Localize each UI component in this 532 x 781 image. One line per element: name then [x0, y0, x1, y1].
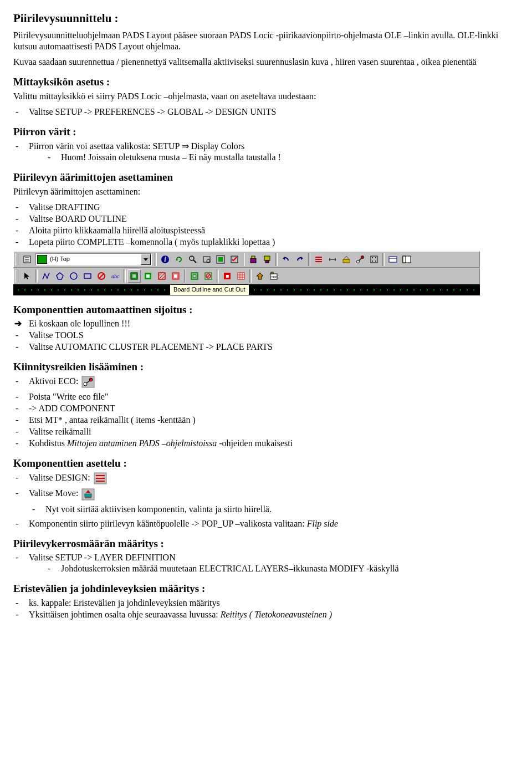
- design-icon: [94, 472, 107, 484]
- hatch-icon[interactable]: [234, 269, 248, 283]
- section-clearance-heading: Eristevälien ja johdinleveyksien määrity…: [13, 582, 519, 595]
- svg-line-9: [193, 260, 196, 263]
- copper-cut-icon[interactable]: [141, 269, 155, 283]
- svg-marker-20: [301, 257, 303, 260]
- info-icon[interactable]: i: [158, 253, 172, 266]
- list-item-italic: Reititys ( Tietokoneavusteinen ): [221, 610, 332, 619]
- section-placement-list-2: Valitse Move:: [13, 488, 519, 500]
- svg-rect-15: [250, 258, 256, 263]
- list-item-text: Aktivoi ECO:: [29, 376, 78, 386]
- list-item: Valitse DRAFTING: [13, 202, 519, 213]
- svg-line-46: [99, 274, 104, 278]
- line-2d-icon[interactable]: [39, 269, 53, 283]
- output-window-icon[interactable]: [386, 253, 400, 266]
- svg-rect-73: [271, 272, 273, 274]
- rect-icon[interactable]: [81, 269, 94, 283]
- import-dxf-icon[interactable]: [253, 269, 267, 283]
- svg-point-36: [375, 261, 376, 262]
- list-item: Lopeta piirto COMPLETE –komennolla ( myö…: [13, 237, 519, 248]
- layer-dropdown-label: (H) Top: [49, 256, 140, 263]
- select-icon[interactable]: [21, 269, 34, 283]
- copper-pour-icon[interactable]: [127, 269, 141, 283]
- list-item: Valitse SETUP -> LAYER DEFINITION Johdot…: [13, 552, 519, 574]
- tooltip-bubble: Board Outline and Cut Out: [170, 284, 249, 295]
- list-item: ks. kappale: Eristevälien ja johdinlevey…: [13, 598, 519, 609]
- dropdown-arrow-icon[interactable]: [141, 254, 151, 265]
- move-icon: [81, 488, 95, 501]
- section-autoloc-heading: Komponenttien automaattinen sijoitus :: [13, 303, 519, 317]
- svg-marker-19: [283, 257, 285, 260]
- layer-dropdown[interactable]: (H) Top: [35, 253, 152, 266]
- prohibit-icon[interactable]: [95, 269, 108, 283]
- eco-toolbar-icon[interactable]: [354, 253, 367, 266]
- redo-icon[interactable]: [293, 253, 306, 266]
- bottom-view-icon[interactable]: [260, 253, 274, 266]
- list-item-text: Valitse DESIGN:: [29, 473, 90, 482]
- section-layers-list: Valitse SETUP -> LAYER DEFINITION Johdot…: [13, 552, 519, 574]
- layer-color-swatch: [37, 255, 47, 264]
- list-item-text: -ohjeiden mukaisesti: [217, 438, 293, 448]
- zoom-extent-icon[interactable]: [214, 253, 227, 266]
- svg-rect-18: [265, 261, 269, 263]
- polygon-icon[interactable]: [53, 269, 66, 283]
- toolbar-separator: [35, 269, 38, 283]
- toolbar-grip[interactable]: [16, 253, 18, 266]
- board-outline-icon[interactable]: [188, 269, 201, 283]
- svg-point-34: [375, 257, 376, 258]
- svg-text:abc: abc: [111, 273, 120, 279]
- toolbar-tooltip-row: Board Outline and Cut Out: [13, 284, 480, 295]
- list-item: Valitse reikämalli: [13, 426, 519, 437]
- text-icon[interactable]: abc: [109, 269, 122, 283]
- svg-point-33: [372, 257, 373, 258]
- circle-icon[interactable]: [67, 269, 80, 283]
- library-icon[interactable]: 7400: [267, 269, 280, 283]
- list-item-text: Piirron värin voi asettaa valikosta: SET…: [29, 141, 244, 151]
- svg-point-59: [193, 274, 196, 278]
- svg-marker-7: [176, 259, 178, 261]
- flood-icon[interactable]: [221, 269, 234, 283]
- zoom-board-icon[interactable]: [200, 253, 213, 266]
- svg-marker-41: [24, 273, 29, 279]
- section-outline-paragraph: Piirilevyn äärimittojen asettaminen:: [13, 186, 519, 197]
- undo-icon[interactable]: [279, 253, 293, 266]
- list-item: Etsi MT* , antaa reikämallit ( items -ke…: [13, 415, 519, 426]
- section-placement-heading: Komponenttien asettelu :: [13, 457, 519, 470]
- section-layers-heading: Piirilevykerrosmäärän määritys :: [13, 537, 519, 550]
- grid-dots: [249, 284, 480, 294]
- svg-marker-4: [144, 258, 148, 261]
- toolbar-separator: [275, 253, 278, 266]
- svg-rect-13: [218, 257, 223, 262]
- toolbar-grip[interactable]: [16, 270, 18, 282]
- toolbar-separator: [155, 253, 157, 266]
- properties-icon[interactable]: [21, 253, 34, 266]
- list-item-italic: Mittojen antaminen PADS –ohjelmistoissa: [67, 438, 217, 448]
- plane-cut-icon[interactable]: [169, 269, 182, 283]
- svg-marker-28: [344, 256, 349, 259]
- design-toolbar-icon[interactable]: [312, 253, 325, 266]
- zoom-icon[interactable]: [186, 253, 200, 266]
- toolbar-separator: [243, 253, 245, 266]
- project-explorer-icon[interactable]: [400, 253, 413, 266]
- top-view-icon[interactable]: [247, 253, 260, 266]
- plane-area-icon[interactable]: [155, 269, 168, 283]
- dimension-toolbar-icon[interactable]: [326, 253, 339, 266]
- svg-rect-65: [238, 273, 244, 279]
- section-colors-list: Piirron värin voi asettaa valikosta: SET…: [13, 141, 519, 163]
- page-title: Piirilevysuunnittelu :: [13, 11, 519, 25]
- section-outline-list: Valitse DRAFTING Valitse BOARD OUTLINE A…: [13, 202, 519, 248]
- cycle-icon[interactable]: [172, 253, 186, 266]
- keepout-icon[interactable]: [202, 269, 215, 283]
- list-item: Valitse Move:: [13, 488, 519, 500]
- svg-marker-42: [57, 273, 63, 279]
- bga-toolbar-icon[interactable]: [367, 253, 381, 266]
- svg-marker-51: [146, 274, 150, 278]
- drafting-toolbar-icon[interactable]: [340, 253, 353, 266]
- list-item: Valitse AUTOMATIC CLUSTER PLACEMENT -> P…: [13, 341, 519, 353]
- svg-rect-49: [132, 274, 136, 278]
- redraw-icon[interactable]: [228, 253, 241, 266]
- section-placement-list-1: Valitse DESIGN:: [13, 472, 519, 484]
- list-item: Komponentin siirto piirilevyn kääntöpuol…: [13, 518, 519, 529]
- list-item: -> ADD COMPONENT: [13, 403, 519, 414]
- section-outline-heading: Piirilevyn äärimittojen asettaminen: [13, 171, 519, 184]
- toolbar-separator: [308, 253, 310, 266]
